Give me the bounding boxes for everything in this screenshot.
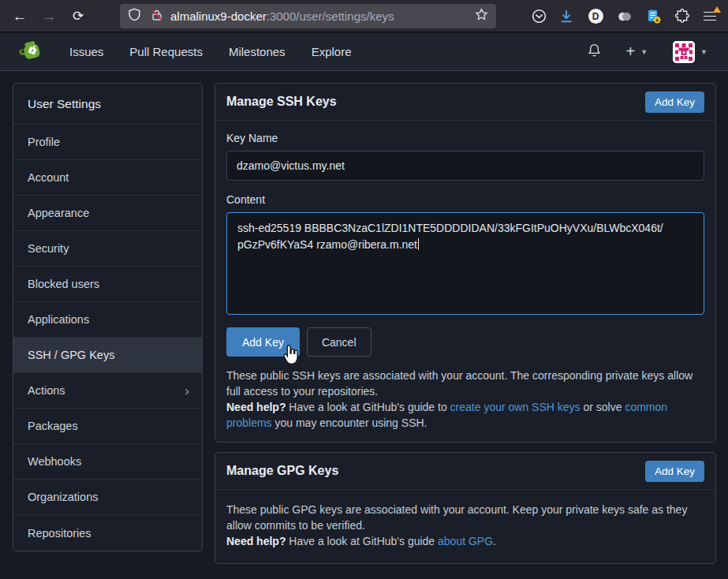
sidebar-item-applications[interactable]: Applications <box>13 302 202 338</box>
key-name-label: Key Name <box>226 132 704 144</box>
sidebar-item-account[interactable]: Account <box>13 160 202 196</box>
sidebar-item-blocked-users[interactable]: Blocked users <box>13 267 202 302</box>
extension-circles-icon[interactable] <box>613 0 637 32</box>
browser-toolbar: ← → ⟳ almalinux9-docker:3000/user/settin… <box>0 0 728 32</box>
text-caret <box>418 238 420 250</box>
download-icon[interactable] <box>554 0 578 32</box>
nav-link-milestones[interactable]: Milestones <box>229 45 286 58</box>
create-new-dropdown[interactable]: +▼ <box>625 43 648 61</box>
chevron-right-icon: › <box>185 384 189 398</box>
sidebar-item-appearance[interactable]: Appearance <box>13 196 202 231</box>
cancel-button[interactable]: Cancel <box>307 327 371 357</box>
gpg-panel-header: Manage GPG Keys Add Key <box>215 453 715 490</box>
nav-link-issues[interactable]: Issues <box>69 45 103 58</box>
gpg-panel-title: Manage GPG Keys <box>226 464 338 478</box>
ssh-help-line1: These public SSH keys are associated wit… <box>226 369 693 398</box>
about-gpg-link[interactable]: about GPG <box>438 535 493 547</box>
browser-forward-button[interactable]: → <box>36 0 62 32</box>
gpg-help-line1: These public GPG keys are associated wit… <box>226 503 687 532</box>
add-key-submit-button[interactable]: Add Key <box>226 327 300 357</box>
ssh-key-line-2: pGzPv6fKYaS4 rzamo@ribera.m.net <box>237 237 693 253</box>
gpg-add-key-toggle-button[interactable]: Add Key <box>645 461 704 482</box>
sidebar-item-packages[interactable]: Packages <box>13 409 202 444</box>
browser-back-button[interactable]: ← <box>7 0 32 32</box>
main-content: Manage SSH Keys Add Key Key Name Content… <box>215 83 716 564</box>
gpg-help-text: These public GPG keys are associated wit… <box>226 502 704 549</box>
bookmark-star-icon[interactable] <box>475 8 488 24</box>
navbar-right: +▼ ▼ <box>587 41 728 63</box>
extension-d-glyph: D <box>588 9 603 24</box>
form-buttons: Add Key Cancel <box>226 327 704 357</box>
ssh-panel-title: Manage SSH Keys <box>226 95 337 109</box>
pocket-icon[interactable] <box>527 0 551 32</box>
ssh-need-help-label: Need help? <box>226 401 286 413</box>
manage-ssh-keys-panel: Manage SSH Keys Add Key Key Name Content… <box>215 83 716 443</box>
sidebar-item-organizations[interactable]: Organizations <box>13 480 202 515</box>
ssh-key-line-1: ssh-ed25519 BBBBC3NzaC1lZDI1NTE5DDDDIDAN… <box>237 220 693 237</box>
sidebar-item-profile[interactable]: Profile <box>13 125 202 160</box>
notifications-bell-icon[interactable] <box>587 43 602 62</box>
key-name-input[interactable] <box>226 151 704 181</box>
sidebar-item-security[interactable]: Security <box>13 231 202 267</box>
extension-document-icon[interactable] <box>641 0 665 32</box>
insecure-lock-icon[interactable] <box>151 9 163 24</box>
update-badge <box>713 6 721 13</box>
nav-link-explore[interactable]: Explore <box>312 45 352 58</box>
tracking-protection-shield-icon[interactable] <box>128 8 141 24</box>
ssh-add-key-toggle-button[interactable]: Add Key <box>645 92 704 113</box>
gitea-navbar: Issues Pull Requests Milestones Explore … <box>0 33 728 71</box>
url-text: almalinux9-docker:3000/user/settings/key… <box>170 9 394 23</box>
content-textarea[interactable]: ssh-ed25519 BBBBC3NzaC1lZDI1NTE5DDDDIDAN… <box>226 212 704 315</box>
sidebar-item-ssh-gpg-keys[interactable]: SSH / GPG Keys <box>13 338 202 373</box>
avatar <box>673 41 695 63</box>
user-menu[interactable]: ▼ <box>673 41 707 63</box>
ssh-panel-body: Key Name Content ssh-ed25519 BBBBC3NzaC1… <box>215 121 715 442</box>
menu-hamburger-icon[interactable] <box>698 0 722 32</box>
create-ssh-keys-link[interactable]: create your own SSH keys <box>450 401 581 413</box>
sidebar-title: User Settings <box>13 84 202 125</box>
ssh-panel-header: Manage SSH Keys Add Key <box>215 84 715 121</box>
url-path: :3000/user/settings/keys <box>267 9 394 23</box>
content-label: Content <box>226 193 704 206</box>
navbar-links: Issues Pull Requests Milestones Explore <box>69 45 377 58</box>
manage-gpg-keys-panel: Manage GPG Keys Add Key These public GPG… <box>215 452 716 564</box>
ssh-help-text: These public SSH keys are associated wit… <box>226 368 704 431</box>
browser-reload-button[interactable]: ⟳ <box>65 0 91 32</box>
extensions-puzzle-icon[interactable] <box>670 0 693 32</box>
gpg-panel-body: These public GPG keys are associated wit… <box>215 490 715 563</box>
gitea-logo[interactable] <box>18 39 45 65</box>
hamburger-lines <box>704 12 716 21</box>
settings-sidebar: User Settings Profile Account Appearance… <box>13 83 203 551</box>
nav-link-pull-requests[interactable]: Pull Requests <box>129 45 203 58</box>
sidebar-item-actions[interactable]: Actions› <box>13 373 202 409</box>
sidebar-item-webhooks[interactable]: Webhooks <box>13 444 202 480</box>
plus-icon: + <box>625 43 635 61</box>
chevron-down-icon: ▼ <box>700 48 707 56</box>
gpg-need-help-label: Need help? <box>226 535 286 547</box>
url-bar[interactable]: almalinux9-docker:3000/user/settings/key… <box>120 4 496 28</box>
chevron-down-icon: ▼ <box>640 48 648 56</box>
sidebar-item-repositories[interactable]: Repositories <box>13 515 202 551</box>
url-host: almalinux9-docker <box>170 9 267 23</box>
extension-d-icon[interactable]: D <box>584 0 607 32</box>
